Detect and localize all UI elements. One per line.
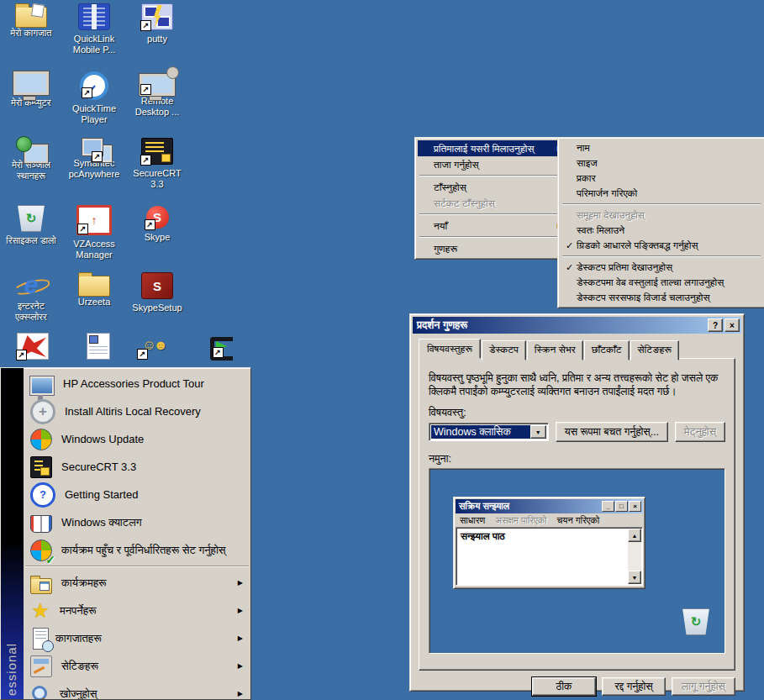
tab-2[interactable]: स्क्रिन सेभर: [527, 340, 583, 361]
desktop-icon-folder[interactable]: Urzeeta: [64, 272, 124, 308]
folder-icon: [78, 276, 110, 297]
tab-strip: विषयवस्तुहरूडेस्कटपस्क्रिन सेभरछाँटकाँटस…: [413, 334, 741, 359]
sample-window: सक्रिय सन्झ्याल _ □ × साधारणअसक्षम पारिए…: [453, 497, 645, 589]
quicktime-icon: ↗: [80, 71, 108, 100]
sample-window-titlebar: सक्रिय सन्झ्याल _ □ ×: [456, 499, 643, 513]
arrange-submenu-item-label: डेस्कटप सरसफाइ विजार्ड चलाउनुहोस्: [577, 292, 721, 303]
arrange-submenu-item[interactable]: ✓ग्रिडको आधारले पङ्क्तिबद्ध गर्नुहोस्: [561, 238, 762, 253]
submenu-arrow-icon: ▶: [238, 634, 243, 642]
favorites-icon: ★: [30, 601, 50, 621]
tab-0[interactable]: विषयवस्तुहरू: [419, 339, 481, 359]
desktop-icon-recycle-bin[interactable]: ↻रिसाइकल डालो: [1, 205, 61, 246]
minimize-icon: _: [602, 501, 614, 512]
desktop-icon-network-places[interactable]: मेरो सञ्जाल स्थानहरू: [1, 138, 61, 182]
shortcut-arrow-icon: ↗: [92, 151, 103, 162]
desktop-icon-internet-explorer[interactable]: eइन्टरनेट एक्स्प्लोरर: [1, 272, 61, 323]
cancel-button[interactable]: रद्द गर्नुहोस्: [602, 677, 666, 696]
arrange-submenu-item[interactable]: ✓डेस्कटप प्रतिमा देखाउनुहोस्: [561, 260, 762, 275]
arrange-submenu-item[interactable]: परिमार्जन गरिएको: [561, 186, 762, 201]
arrange-submenu-item[interactable]: प्रकार: [561, 171, 762, 186]
start-menu-item[interactable]: कार्यक्रम पहुँच र पूर्वनिर्धारितहरू सेट …: [24, 536, 250, 564]
desktop-icon-label: QuickLink Mobile P...: [64, 34, 124, 55]
context-menu-item-label: नयाँ: [434, 220, 459, 232]
start-menu-item-label: Install Altiris Local Recovery: [65, 405, 201, 418]
context-menu-item[interactable]: गुणहरू: [418, 240, 566, 256]
arrange-submenu-item[interactable]: डेस्कटपमा वेब वस्तुलाई ताल्चा लगाउनुहोस्: [561, 275, 762, 290]
desktop-icon-skype[interactable]: S↗Skype: [127, 205, 187, 243]
my-computer-icon: [13, 71, 49, 95]
theme-label: विषयवस्तु:: [429, 407, 725, 419]
programs-icon: [30, 578, 52, 594]
arrange-submenu-item[interactable]: समूहमा देखाउनुहोस्: [561, 208, 762, 223]
document-template-icon: [87, 333, 110, 360]
desktop-icon-label: SecureCRT 3.3: [127, 168, 187, 190]
start-menu-item[interactable]: कागजातहरू▶: [24, 624, 250, 652]
sample-menu-item: असक्षम पारिएको: [495, 515, 546, 526]
desktop-icon-pcanywhere[interactable]: ↗Symantec pcAnywhere: [64, 138, 124, 180]
start-menu-item[interactable]: HP Accessories Product Tour: [24, 370, 250, 397]
help-button[interactable]: ?: [708, 318, 723, 332]
desktop-icon-document-template[interactable]: [64, 333, 124, 360]
desktop-icon-acrobat[interactable]: ↗: [3, 333, 63, 360]
context-menu-item-label: ताजा गर्नुहोस्: [434, 159, 491, 171]
lightning-bolt-icon: [152, 5, 162, 28]
desktop-icon-label: रिसाइकल डालो: [1, 235, 61, 246]
context-menu-item[interactable]: सर्टकट टाँस्नुहोस्: [418, 195, 566, 211]
desktop-icon-remote-desktop[interactable]: ↗Remote Desktop ...: [127, 71, 187, 118]
themes-tab-page: विषयवस्तु पृष्ठभूमि हुनुका साथै ध्वनि, प…: [419, 358, 735, 671]
tab-1[interactable]: डेस्कटप: [482, 340, 526, 361]
messenger-icon: ☺☻↗: [139, 333, 169, 358]
start-menu-separator: [25, 566, 249, 567]
arrange-submenu-item-label: ग्रिडको आधारले पङ्क्तिबद्ध गर्नुहोस्: [577, 239, 709, 251]
arrange-submenu-item[interactable]: डेस्कटप सरसफाइ विजार्ड चलाउनुहोस्: [561, 290, 762, 305]
start-menu-item[interactable]: ?Getting Started: [24, 481, 250, 508]
desktop-icon-my-computer[interactable]: मेरो कम्प्युटर: [1, 71, 61, 108]
windows-catalog-icon: [30, 515, 52, 533]
arrange-submenu-item[interactable]: साइज: [561, 155, 762, 171]
desktop-icon-securecrt[interactable]: ↗SecureCRT 3.3: [127, 138, 187, 190]
start-menu-item[interactable]: कार्यक्रमहरू▶: [24, 569, 250, 597]
shortcut-arrow-icon: ↗: [16, 350, 27, 361]
hp-tour-icon: [30, 376, 54, 395]
context-menu-item[interactable]: टाँस्नुहोस्: [418, 179, 566, 195]
start-menu-item[interactable]: खोज्नुहोस्▶: [24, 680, 250, 699]
start-menu-item[interactable]: SecureCRT 3.3: [24, 453, 250, 481]
recycle-bin-icon: ↻: [15, 205, 47, 232]
context-menu-separator: [419, 213, 564, 215]
desktop-icon-messenger[interactable]: ☺☻↗: [124, 333, 184, 358]
arrange-icons-submenu: नामसाइजप्रकारपरिमार्जन गरिएकोसमूहमा देखा…: [557, 137, 764, 308]
context-menu-item[interactable]: ताजा गर्नुहोस्: [418, 156, 566, 172]
ok-button[interactable]: ठीक: [532, 677, 596, 696]
start-menu-item[interactable]: Windows क्याटलग: [24, 508, 250, 536]
arrange-submenu-item[interactable]: स्वतः मिलाउने: [561, 223, 762, 238]
desktop-icon-quicklink[interactable]: QuickLink Mobile P...: [64, 3, 124, 55]
submenu-arrow-icon: ▶: [238, 690, 243, 697]
dialog-titlebar[interactable]: प्रदर्शन गुणहरू ? ×: [413, 317, 741, 334]
desktop-icon-quicktime[interactable]: ↗QuickTime Player: [64, 71, 124, 125]
desktop-icon-secure-green[interactable]: ↗: [185, 333, 245, 356]
internet-explorer-glyph: e: [16, 272, 46, 297]
save-as-button[interactable]: यस रूपमा बचत गर्नुहोस्...: [556, 422, 668, 442]
context-menu-item[interactable]: प्रतिमालाई यसरी मिलाउनुहोस्▶: [418, 140, 566, 156]
start-menu-item[interactable]: ★मनपर्नेहरू▶: [24, 597, 250, 624]
start-menu-item-label: HP Accessories Product Tour: [63, 377, 204, 390]
shortcut-arrow-icon: ↗: [77, 224, 88, 234]
tab-4[interactable]: सेटिङहरू: [630, 340, 680, 361]
start-menu-item[interactable]: सेटिङहरू▶: [24, 652, 250, 680]
favorites-glyph: ★: [30, 601, 50, 621]
context-menu-item[interactable]: नयाँ▶: [418, 218, 566, 234]
start-menu-item[interactable]: Windows Update: [24, 425, 250, 453]
getting-started-glyph: ?: [33, 485, 53, 505]
desktop-icon-skypesetup[interactable]: SSkypeSetup: [127, 272, 187, 313]
desktop-icon-vzaccess[interactable]: ↑↗VZAccess Manager: [64, 205, 124, 261]
dropdown-arrow-icon[interactable]: ▼: [530, 425, 546, 439]
theme-combobox[interactable]: Windows क्लासिक ▼: [429, 423, 549, 441]
desktop-icon-my-documents[interactable]: मेरो कागजात: [1, 3, 61, 39]
close-button[interactable]: ×: [724, 318, 740, 332]
tab-3[interactable]: छाँटकाँट: [584, 340, 630, 361]
shortcut-arrow-icon: ↗: [140, 84, 151, 95]
sample-scrollbar: ▲ ▼: [628, 529, 641, 584]
start-menu-item[interactable]: +Install Altiris Local Recovery: [24, 397, 250, 425]
desktop-icon-putty[interactable]: ↗putty: [127, 3, 187, 45]
arrange-submenu-item[interactable]: नाम: [561, 140, 762, 155]
